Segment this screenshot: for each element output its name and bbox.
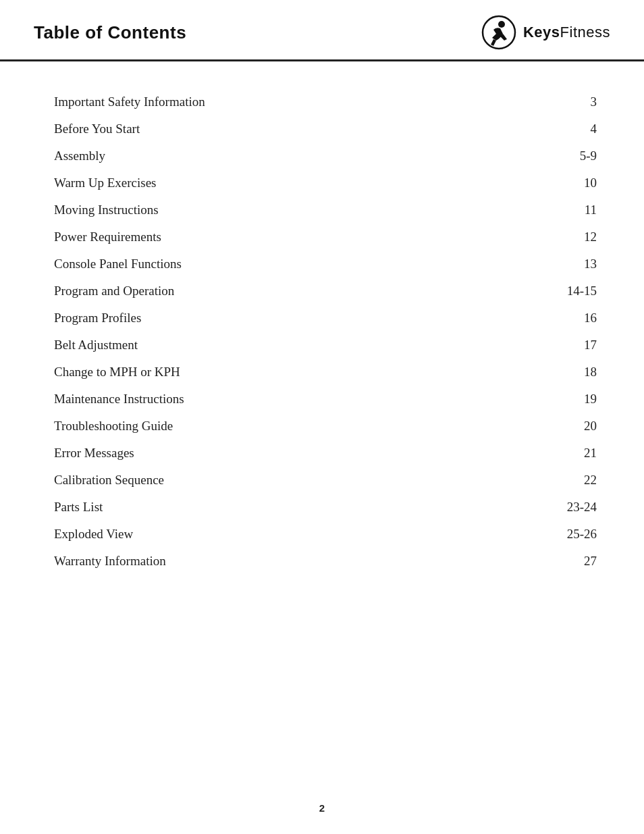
toc-label: Change to MPH or KPH xyxy=(54,365,563,380)
toc-label: Warranty Information xyxy=(54,554,563,569)
toc-label: Belt Adjustment xyxy=(54,338,563,353)
page: Table of Contents KeysFitness Important xyxy=(0,0,644,834)
toc-label: Calibration Sequence xyxy=(54,473,563,488)
toc-entry: Belt Adjustment17 xyxy=(54,332,610,359)
toc-entry: Exploded View25-26 xyxy=(54,521,610,548)
toc-body: Important Safety Information3Before You … xyxy=(0,61,644,615)
toc-page: 23-24 xyxy=(563,500,610,515)
toc-page: 27 xyxy=(563,554,610,569)
toc-label: Power Requirements xyxy=(54,230,563,244)
toc-page: 22 xyxy=(563,473,610,488)
toc-label: Moving Instructions xyxy=(54,203,563,217)
toc-entry: Maintenance Instructions19 xyxy=(54,386,610,413)
toc-entry: Console Panel Functions13 xyxy=(54,251,610,278)
toc-label: Important Safety Information xyxy=(54,95,563,109)
toc-page: 5-9 xyxy=(563,149,610,163)
toc-label: Before You Start xyxy=(54,122,563,136)
keys-fitness-logo-icon xyxy=(481,15,516,50)
toc-entry: Error Messages21 xyxy=(54,440,610,467)
toc-page: 3 xyxy=(563,95,610,109)
toc-entry: Assembly5-9 xyxy=(54,142,610,170)
toc-page: 18 xyxy=(563,365,610,380)
toc-label: Warm Up Exercises xyxy=(54,176,563,190)
toc-entry: Troubleshooting Guide20 xyxy=(54,413,610,440)
toc-page: 10 xyxy=(563,176,610,190)
toc-entry: Change to MPH or KPH18 xyxy=(54,359,610,386)
toc-page: 4 xyxy=(563,122,610,136)
toc-label: Parts List xyxy=(54,500,563,515)
page-header: Table of Contents KeysFitness xyxy=(0,0,644,61)
toc-page: 21 xyxy=(563,446,610,461)
toc-page: 16 xyxy=(563,311,610,325)
logo-text: KeysFitness xyxy=(523,24,610,41)
toc-entry: Before You Start4 xyxy=(54,115,610,142)
logo: KeysFitness xyxy=(481,15,610,50)
page-number: 2 xyxy=(319,802,325,814)
toc-entry: Warm Up Exercises10 xyxy=(54,170,610,197)
toc-page: 17 xyxy=(563,338,610,353)
toc-label: Exploded View xyxy=(54,527,563,542)
toc-entry: Calibration Sequence22 xyxy=(54,467,610,494)
toc-entry: Important Safety Information3 xyxy=(54,88,610,115)
toc-label: Assembly xyxy=(54,149,563,163)
toc-label: Program Profiles xyxy=(54,311,563,325)
toc-entry: Moving Instructions11 xyxy=(54,197,610,224)
toc-label: Error Messages xyxy=(54,446,563,461)
toc-page: 13 xyxy=(563,257,610,271)
toc-label: Console Panel Functions xyxy=(54,257,563,271)
toc-entry: Parts List23-24 xyxy=(54,494,610,521)
toc-label: Troubleshooting Guide xyxy=(54,419,563,434)
svg-point-1 xyxy=(498,21,505,28)
toc-entry: Program Profiles16 xyxy=(54,305,610,332)
toc-page: 19 xyxy=(563,392,610,407)
toc-entry: Warranty Information27 xyxy=(54,548,610,575)
toc-page: 11 xyxy=(563,203,610,217)
toc-label: Maintenance Instructions xyxy=(54,392,563,407)
page-footer: 2 xyxy=(0,802,644,814)
page-title: Table of Contents xyxy=(34,22,186,43)
toc-page: 25-26 xyxy=(563,527,610,542)
toc-entry: Power Requirements12 xyxy=(54,224,610,251)
toc-page: 20 xyxy=(563,419,610,434)
toc-label: Program and Operation xyxy=(54,284,563,298)
toc-entry: Program and Operation14-15 xyxy=(54,278,610,305)
toc-page: 12 xyxy=(563,230,610,244)
toc-page: 14-15 xyxy=(563,284,610,298)
